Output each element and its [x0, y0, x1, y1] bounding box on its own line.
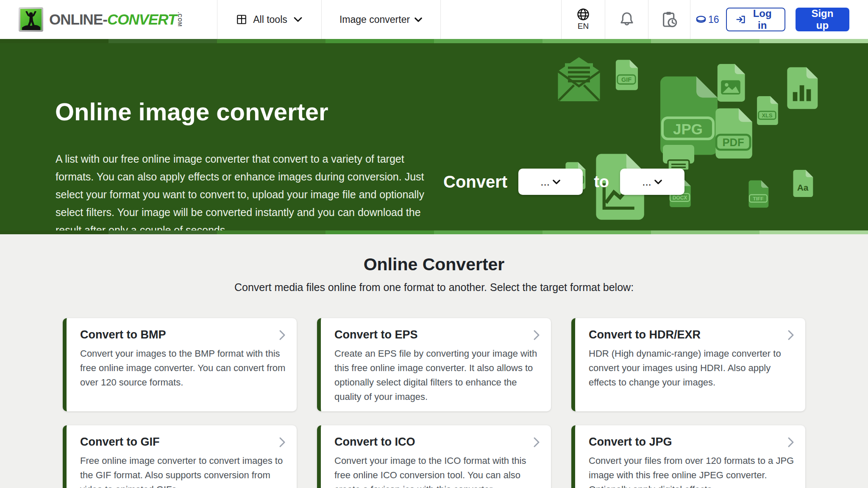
chevron-right-icon: [279, 437, 286, 448]
convert-tool-row: Convert ... to ...: [443, 169, 684, 195]
coin-icon: [696, 15, 707, 24]
grid-icon: [236, 14, 247, 25]
card-convert-to-gif[interactable]: Convert to GIF Free online image convert…: [63, 425, 297, 488]
chevron-down-icon: [414, 17, 423, 22]
pdf-file-icon: PDF: [713, 107, 754, 160]
bar-chart-file-icon: [785, 65, 819, 111]
source-format-value: ...: [540, 175, 550, 189]
tiff-file-icon: TIFF: [746, 180, 771, 208]
tiff-badge-label: TIFF: [753, 196, 764, 201]
chevron-right-icon: [533, 330, 540, 341]
converter-list-section: Online Converter Convert media files onl…: [0, 234, 868, 488]
notifications-button[interactable]: [605, 0, 648, 39]
pdf-badge-label: PDF: [722, 136, 744, 148]
gif-badge-label: GIF: [621, 76, 632, 83]
site-logo[interactable]: ONLINE-CONVERT .COM: [0, 0, 217, 39]
email-envelope-icon: [554, 54, 604, 104]
logo-figure-icon: [19, 7, 43, 32]
language-selector[interactable]: EN: [561, 0, 605, 39]
logo-wordmark: ONLINE-CONVERT .COM: [49, 11, 182, 28]
signup-button[interactable]: Sign up: [796, 8, 849, 31]
xls-badge-label: XLS: [762, 112, 772, 119]
card-description: HDR (High dynamic-range) image converter…: [589, 347, 794, 390]
target-format-select[interactable]: ...: [620, 169, 684, 195]
header-gradient-strip: [0, 39, 868, 43]
gif-file-icon: GIF: [614, 59, 639, 91]
language-label: EN: [578, 22, 589, 31]
convert-label: Convert: [443, 172, 507, 191]
page-title: Online image converter: [55, 97, 328, 126]
card-description: Convert your files from over 120 formats…: [589, 454, 794, 488]
card-title: Convert to GIF: [80, 435, 160, 449]
card-description: Convert your images to the BMP format wi…: [80, 347, 286, 390]
aa-file-label: Aa: [797, 183, 809, 192]
image-file-icon: [715, 63, 746, 103]
target-format-value: ...: [642, 175, 651, 189]
chevron-down-icon: [552, 179, 561, 185]
all-tools-label: All tools: [253, 14, 287, 25]
image-converter-menu[interactable]: Image converter: [321, 0, 440, 39]
credits-counter[interactable]: 16: [696, 14, 719, 25]
globe-icon: [577, 8, 590, 21]
docx-badge-label: DOCX: [673, 195, 687, 201]
section-title: Online Converter: [0, 255, 868, 274]
top-navigation-bar: ONLINE-CONVERT .COM All tools Image conv…: [0, 0, 868, 39]
card-description: Convert your image to the ICO format wit…: [334, 454, 540, 488]
chevron-right-icon: [279, 330, 286, 341]
logo-tld-text: .COM: [177, 12, 182, 27]
card-title: Convert to ICO: [334, 435, 415, 449]
converter-cards-grid: Convert to BMP Convert your images to th…: [63, 318, 805, 488]
chevron-right-icon: [787, 437, 794, 448]
credits-value: 16: [708, 14, 719, 25]
source-format-select[interactable]: ...: [518, 169, 583, 195]
jpg-badge-label: JPG: [673, 121, 703, 137]
card-convert-to-jpg[interactable]: Convert to JPG Convert your files from o…: [571, 425, 805, 488]
page-description: A list with our free online image conver…: [56, 150, 428, 230]
header-account-area: 16 Log in Sign up: [690, 0, 868, 39]
printer-icon: [661, 143, 696, 171]
chevron-down-icon: [293, 17, 303, 22]
card-description: Create an EPS file by converting your im…: [334, 347, 540, 404]
to-label: to: [594, 173, 609, 191]
logo-online-text: ONLINE-: [49, 11, 107, 28]
xls-file-icon: XLS: [755, 96, 779, 125]
card-title: Convert to BMP: [80, 328, 166, 341]
login-button[interactable]: Log in: [726, 8, 785, 31]
clipboard-clock-icon: [661, 11, 677, 28]
card-description: Free online image converter to convert i…: [80, 454, 286, 488]
card-title: Convert to HDR/EXR: [589, 328, 701, 341]
conversion-history-button[interactable]: [648, 0, 690, 39]
image-converter-label: Image converter: [339, 14, 410, 25]
chevron-right-icon: [533, 437, 540, 448]
card-convert-to-eps[interactable]: Convert to EPS Create an EPS file by con…: [317, 318, 551, 411]
card-convert-to-hdr-exr[interactable]: Convert to HDR/EXR HDR (High dynamic-ran…: [571, 318, 805, 411]
all-tools-menu[interactable]: All tools: [217, 0, 321, 39]
logo-convert-text: CONVERT: [107, 11, 177, 28]
card-title: Convert to JPG: [589, 435, 672, 449]
font-file-icon: Aa: [792, 169, 814, 197]
chevron-right-icon: [787, 330, 794, 341]
hero-gradient-strip: [0, 230, 868, 234]
hero-banner: GIF JPG XLS PDF PNG: [0, 43, 868, 230]
chevron-down-icon: [654, 179, 662, 185]
header-spacer: [440, 0, 561, 39]
card-title: Convert to EPS: [334, 328, 418, 341]
card-convert-to-bmp[interactable]: Convert to BMP Convert your images to th…: [63, 318, 297, 411]
login-arrow-icon: [736, 14, 746, 25]
section-subtitle: Convert media files online from one form…: [0, 281, 868, 294]
login-label: Log in: [749, 8, 775, 31]
bell-icon: [620, 12, 634, 27]
card-convert-to-ico[interactable]: Convert to ICO Convert your image to the…: [317, 425, 551, 488]
